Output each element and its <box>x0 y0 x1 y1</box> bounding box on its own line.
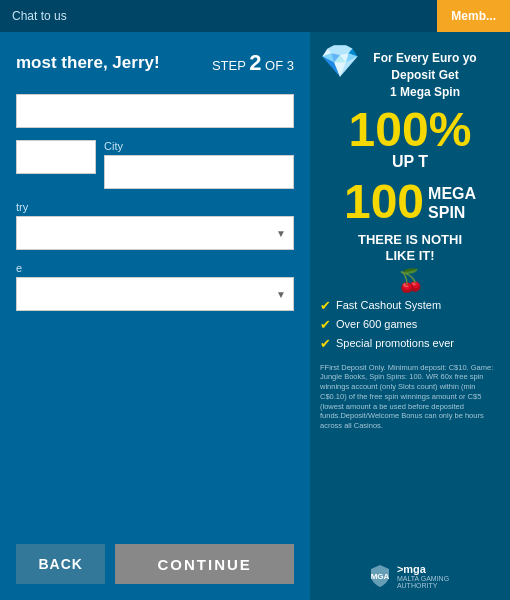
left-panel: most there, Jerry! STEP 2 OF 3 City try <box>0 32 310 600</box>
right-panel: 💎 For Every Euro yo Deposit Get 1 Mega S… <box>310 32 510 600</box>
feature-2: ✔ Over 600 games <box>320 317 500 332</box>
almost-there-text: most there, Jerry! <box>16 53 160 73</box>
country-label: try <box>16 201 294 213</box>
continue-button[interactable]: CONTINUE <box>115 544 294 584</box>
main-layout: most there, Jerry! STEP 2 OF 3 City try <box>0 32 510 600</box>
feature-1: ✔ Fast Cashout System <box>320 298 500 313</box>
member-button[interactable]: Memb... <box>437 0 510 32</box>
city-group: City <box>104 140 294 189</box>
mga-authority: MALTA GAMINGAUTHORITY <box>397 575 449 590</box>
terms-text: FFirst Deposit Only. Minimum deposit: C$… <box>320 363 500 431</box>
promo-nothing: THERE IS NOTHILIKE IT! <box>358 232 462 263</box>
postcode-group <box>16 140 96 189</box>
address-input[interactable] <box>16 94 294 128</box>
svg-text:MGA: MGA <box>371 572 389 581</box>
country-group: try ▼ <box>16 201 294 250</box>
step-suffix: OF 3 <box>265 58 294 73</box>
promo-mega-text: MEGASPIN <box>428 184 476 226</box>
state-select[interactable] <box>16 277 294 311</box>
gem-icon: 💎 <box>320 42 360 80</box>
postcode-input[interactable] <box>16 140 96 174</box>
step-number: 2 <box>249 50 261 75</box>
feature-2-text: Over 600 games <box>336 318 417 330</box>
promo-header: For Every Euro yo Deposit Get 1 Mega Spi… <box>343 50 476 100</box>
step-indicator: STEP 2 OF 3 <box>212 50 294 76</box>
mga-name: >mga <box>397 563 449 575</box>
check-icon-2: ✔ <box>320 317 331 332</box>
feature-1-text: Fast Cashout System <box>336 299 441 311</box>
bottom-buttons: BACK CONTINUE <box>16 544 294 584</box>
promo-100-num: 100 <box>344 178 424 226</box>
mga-bottom-bar: MGA >mga MALTA GAMINGAUTHORITY <box>371 557 449 590</box>
mga-text-block: >mga MALTA GAMINGAUTHORITY <box>397 563 449 590</box>
chat-link[interactable]: Chat to us <box>12 9 67 23</box>
back-button[interactable]: BACK <box>16 544 105 584</box>
cherry-icon: 🍒 <box>397 268 424 294</box>
check-icon-1: ✔ <box>320 298 331 313</box>
postcode-city-row: City <box>16 140 294 189</box>
address-group <box>16 94 294 128</box>
country-select[interactable] <box>16 216 294 250</box>
city-input[interactable] <box>104 155 294 189</box>
state-select-wrapper: ▼ <box>16 277 294 311</box>
promo-up-to: UP T <box>392 153 428 170</box>
step-prefix: STEP <box>212 58 246 73</box>
check-icon-3: ✔ <box>320 336 331 351</box>
country-select-wrapper: ▼ <box>16 216 294 250</box>
mga-shield-icon: MGA <box>371 565 389 587</box>
spacer <box>16 323 294 536</box>
promo-mega-row: 100 MEGASPIN <box>344 178 476 226</box>
state-label: e <box>16 262 294 274</box>
city-label: City <box>104 140 294 152</box>
feature-3: ✔ Special promotions ever <box>320 336 500 351</box>
promo-100-percent: 100% <box>349 106 472 154</box>
features-list: ✔ Fast Cashout System ✔ Over 600 games ✔… <box>320 298 500 355</box>
promo-big-block: 100% UP T <box>349 106 472 170</box>
top-bar: Chat to us Memb... <box>0 0 510 32</box>
state-group: e ▼ <box>16 262 294 311</box>
step-header: most there, Jerry! STEP 2 OF 3 <box>16 50 294 76</box>
feature-3-text: Special promotions ever <box>336 337 454 349</box>
